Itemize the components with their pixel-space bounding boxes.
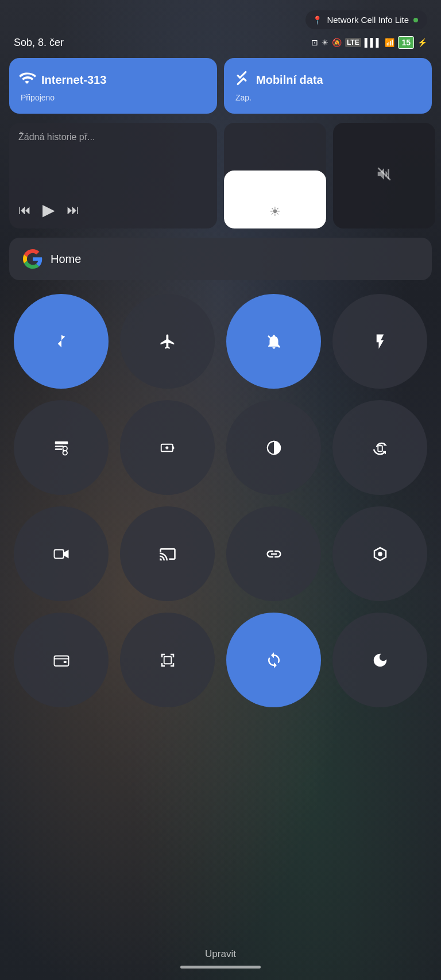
svg-rect-4 — [55, 446, 63, 447]
volume-tile[interactable] — [333, 123, 435, 228]
wifi-tile-title: Internet-313 — [41, 73, 106, 87]
prev-button[interactable]: ⏮ — [18, 203, 31, 218]
media-tile[interactable]: Žádná historie př... ⏮ ▶ ⏭ — [9, 123, 217, 228]
date-text: Sob, 8. čer — [14, 37, 64, 49]
wallet-button[interactable] — [14, 613, 109, 707]
status-icons: ⊡ ✳ 🔕 LTE ▌▌▌ 📶 15 ⚡ — [311, 36, 427, 49]
mobile-tile-sub: Zap. — [233, 93, 423, 102]
battery-level: 15 — [398, 36, 414, 49]
notification-pill[interactable]: 📍 Network Cell Info Lite — [305, 10, 427, 29]
silence-button[interactable] — [226, 294, 321, 389]
mobile-tile-title: Mobilní data — [256, 73, 323, 87]
sync-icon — [265, 652, 283, 669]
volume-icon — [376, 165, 393, 187]
home-tile[interactable]: Home — [9, 238, 432, 280]
home-text: Home — [51, 253, 81, 266]
link-icon — [265, 545, 283, 563]
play-button[interactable]: ▶ — [42, 200, 55, 219]
svg-rect-5 — [55, 448, 62, 450]
airplane-mode-button[interactable] — [120, 294, 215, 389]
brightness-tile[interactable]: ☀ — [224, 123, 326, 228]
bottom-bar: Upravit — [0, 942, 441, 980]
lte-icon: LTE — [345, 38, 361, 47]
wallet-icon — [53, 652, 70, 669]
upravit-button[interactable]: Upravit — [205, 948, 236, 960]
svg-rect-10 — [172, 446, 174, 449]
quick-tiles: Internet-313 Připojeno Mobilní data Zap. — [0, 58, 441, 123]
scan-icon — [159, 652, 176, 669]
wifi-tile-icon — [18, 69, 36, 91]
wifi-status-icon: 📶 — [385, 38, 394, 47]
media-row: Žádná historie př... ⏮ ▶ ⏭ ☀ — [0, 123, 441, 238]
battery-plus-icon — [159, 439, 176, 456]
cast-button[interactable] — [120, 506, 215, 601]
clipboard-button[interactable] — [14, 400, 109, 495]
auto-rotate-button[interactable] — [332, 400, 427, 495]
location-icon: 📍 — [312, 16, 322, 25]
nearby-share-button[interactable] — [226, 506, 321, 601]
home-indicator[interactable] — [180, 966, 261, 969]
wifi-tile-sub: Připojeno — [18, 93, 208, 102]
media-title: Žádná historie př... — [18, 132, 208, 142]
notification-app-name: Network Cell Info Lite — [327, 15, 409, 25]
media-controls: ⏮ ▶ ⏭ — [18, 200, 208, 219]
nfc-icon: ⊡ — [311, 38, 318, 47]
lock-rotation-icon — [372, 439, 389, 456]
active-dot — [413, 18, 418, 22]
svg-rect-21 — [164, 656, 171, 664]
mobile-tile-icon — [233, 69, 250, 91]
date-row: Sob, 8. čer ⊡ ✳ 🔕 LTE ▌▌▌ 📶 15 ⚡ — [0, 34, 441, 58]
svg-rect-19 — [54, 656, 68, 666]
flashlight-button[interactable] — [332, 294, 427, 389]
next-button[interactable]: ⏭ — [67, 203, 79, 218]
airplane-icon — [159, 333, 176, 350]
svg-rect-16 — [379, 444, 381, 446]
bell-off-icon — [265, 333, 283, 350]
video-icon — [53, 545, 70, 563]
night-icon — [372, 652, 389, 669]
flashlight-icon — [372, 333, 389, 350]
battery-saver-button[interactable] — [120, 400, 215, 495]
charging-icon: ⚡ — [417, 38, 427, 47]
svg-rect-3 — [55, 441, 68, 444]
bluetooth-icon — [53, 333, 70, 350]
night-mode-button[interactable] — [332, 613, 427, 707]
svg-point-18 — [378, 552, 382, 556]
contrast-icon — [265, 439, 283, 456]
icon-grid — [0, 289, 441, 712]
brightness-fill — [224, 171, 326, 228]
screen-record-button[interactable] — [14, 506, 109, 601]
signal-bars: ▌▌▌ — [365, 38, 382, 47]
scissors-icon — [53, 439, 70, 456]
status-bar: 📍 Network Cell Info Lite — [0, 0, 441, 34]
svg-rect-15 — [378, 446, 382, 451]
wifi-tile[interactable]: Internet-313 Připojeno — [9, 58, 217, 114]
settings-hex-icon — [372, 545, 389, 563]
scan-button[interactable] — [120, 613, 215, 707]
google-logo — [23, 249, 42, 269]
svg-rect-17 — [54, 549, 63, 558]
cast-icon — [159, 545, 176, 563]
quick-settings-button[interactable] — [332, 506, 427, 601]
mute-icon: 🔕 — [332, 38, 342, 47]
bluetooth-status-icon: ✳ — [322, 38, 328, 47]
sync-button[interactable] — [226, 613, 321, 707]
extra-dim-button[interactable] — [226, 400, 321, 495]
mobile-tile[interactable]: Mobilní data Zap. — [224, 58, 432, 114]
bluetooth-button[interactable] — [14, 294, 109, 389]
svg-rect-20 — [63, 661, 66, 663]
brightness-icon: ☀ — [269, 204, 281, 219]
